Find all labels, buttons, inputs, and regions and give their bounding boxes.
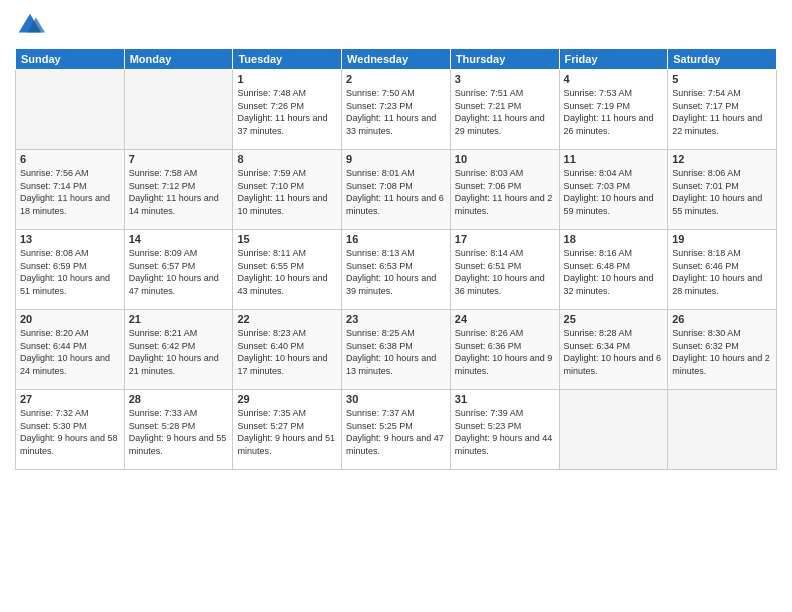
- day-number: 31: [455, 393, 555, 405]
- calendar-cell: 4Sunrise: 7:53 AMSunset: 7:19 PMDaylight…: [559, 70, 668, 150]
- calendar-cell: 27Sunrise: 7:32 AMSunset: 5:30 PMDayligh…: [16, 390, 125, 470]
- calendar-cell: 14Sunrise: 8:09 AMSunset: 6:57 PMDayligh…: [124, 230, 233, 310]
- day-number: 24: [455, 313, 555, 325]
- day-header-friday: Friday: [559, 49, 668, 70]
- calendar-cell: 25Sunrise: 8:28 AMSunset: 6:34 PMDayligh…: [559, 310, 668, 390]
- day-info: Sunrise: 7:39 AMSunset: 5:23 PMDaylight:…: [455, 407, 555, 457]
- day-info: Sunrise: 8:18 AMSunset: 6:46 PMDaylight:…: [672, 247, 772, 297]
- day-number: 4: [564, 73, 664, 85]
- day-number: 6: [20, 153, 120, 165]
- day-number: 16: [346, 233, 446, 245]
- day-info: Sunrise: 8:09 AMSunset: 6:57 PMDaylight:…: [129, 247, 229, 297]
- logo-icon: [15, 10, 45, 40]
- day-number: 7: [129, 153, 229, 165]
- calendar-cell: 11Sunrise: 8:04 AMSunset: 7:03 PMDayligh…: [559, 150, 668, 230]
- calendar-cell: [124, 70, 233, 150]
- calendar-cell: [16, 70, 125, 150]
- day-info: Sunrise: 7:37 AMSunset: 5:25 PMDaylight:…: [346, 407, 446, 457]
- day-number: 10: [455, 153, 555, 165]
- day-header-wednesday: Wednesday: [342, 49, 451, 70]
- calendar-cell: 17Sunrise: 8:14 AMSunset: 6:51 PMDayligh…: [450, 230, 559, 310]
- day-info: Sunrise: 8:21 AMSunset: 6:42 PMDaylight:…: [129, 327, 229, 377]
- day-info: Sunrise: 8:30 AMSunset: 6:32 PMDaylight:…: [672, 327, 772, 377]
- week-row-1: 1Sunrise: 7:48 AMSunset: 7:26 PMDaylight…: [16, 70, 777, 150]
- day-header-saturday: Saturday: [668, 49, 777, 70]
- day-number: 3: [455, 73, 555, 85]
- day-info: Sunrise: 8:26 AMSunset: 6:36 PMDaylight:…: [455, 327, 555, 377]
- day-number: 22: [237, 313, 337, 325]
- day-info: Sunrise: 8:03 AMSunset: 7:06 PMDaylight:…: [455, 167, 555, 217]
- day-number: 5: [672, 73, 772, 85]
- day-info: Sunrise: 8:28 AMSunset: 6:34 PMDaylight:…: [564, 327, 664, 377]
- day-info: Sunrise: 8:14 AMSunset: 6:51 PMDaylight:…: [455, 247, 555, 297]
- day-info: Sunrise: 7:59 AMSunset: 7:10 PMDaylight:…: [237, 167, 337, 217]
- calendar-cell: 16Sunrise: 8:13 AMSunset: 6:53 PMDayligh…: [342, 230, 451, 310]
- day-info: Sunrise: 8:16 AMSunset: 6:48 PMDaylight:…: [564, 247, 664, 297]
- day-number: 11: [564, 153, 664, 165]
- header: [15, 10, 777, 40]
- calendar-cell: 28Sunrise: 7:33 AMSunset: 5:28 PMDayligh…: [124, 390, 233, 470]
- day-info: Sunrise: 8:08 AMSunset: 6:59 PMDaylight:…: [20, 247, 120, 297]
- day-info: Sunrise: 8:20 AMSunset: 6:44 PMDaylight:…: [20, 327, 120, 377]
- day-number: 23: [346, 313, 446, 325]
- logo: [15, 10, 49, 40]
- day-number: 2: [346, 73, 446, 85]
- day-header-tuesday: Tuesday: [233, 49, 342, 70]
- calendar-cell: [668, 390, 777, 470]
- day-info: Sunrise: 8:23 AMSunset: 6:40 PMDaylight:…: [237, 327, 337, 377]
- calendar-cell: 7Sunrise: 7:58 AMSunset: 7:12 PMDaylight…: [124, 150, 233, 230]
- calendar-cell: 21Sunrise: 8:21 AMSunset: 6:42 PMDayligh…: [124, 310, 233, 390]
- day-number: 8: [237, 153, 337, 165]
- calendar-cell: 5Sunrise: 7:54 AMSunset: 7:17 PMDaylight…: [668, 70, 777, 150]
- calendar-cell: 12Sunrise: 8:06 AMSunset: 7:01 PMDayligh…: [668, 150, 777, 230]
- day-number: 20: [20, 313, 120, 325]
- calendar-cell: 2Sunrise: 7:50 AMSunset: 7:23 PMDaylight…: [342, 70, 451, 150]
- calendar-cell: 9Sunrise: 8:01 AMSunset: 7:08 PMDaylight…: [342, 150, 451, 230]
- calendar-cell: 18Sunrise: 8:16 AMSunset: 6:48 PMDayligh…: [559, 230, 668, 310]
- week-row-3: 13Sunrise: 8:08 AMSunset: 6:59 PMDayligh…: [16, 230, 777, 310]
- week-row-2: 6Sunrise: 7:56 AMSunset: 7:14 PMDaylight…: [16, 150, 777, 230]
- week-row-4: 20Sunrise: 8:20 AMSunset: 6:44 PMDayligh…: [16, 310, 777, 390]
- calendar-cell: 6Sunrise: 7:56 AMSunset: 7:14 PMDaylight…: [16, 150, 125, 230]
- day-number: 1: [237, 73, 337, 85]
- day-number: 17: [455, 233, 555, 245]
- day-header-sunday: Sunday: [16, 49, 125, 70]
- day-number: 18: [564, 233, 664, 245]
- day-info: Sunrise: 7:58 AMSunset: 7:12 PMDaylight:…: [129, 167, 229, 217]
- calendar-cell: 22Sunrise: 8:23 AMSunset: 6:40 PMDayligh…: [233, 310, 342, 390]
- day-info: Sunrise: 7:32 AMSunset: 5:30 PMDaylight:…: [20, 407, 120, 457]
- day-info: Sunrise: 8:13 AMSunset: 6:53 PMDaylight:…: [346, 247, 446, 297]
- day-number: 27: [20, 393, 120, 405]
- day-info: Sunrise: 8:25 AMSunset: 6:38 PMDaylight:…: [346, 327, 446, 377]
- calendar-cell: 15Sunrise: 8:11 AMSunset: 6:55 PMDayligh…: [233, 230, 342, 310]
- calendar-cell: 20Sunrise: 8:20 AMSunset: 6:44 PMDayligh…: [16, 310, 125, 390]
- day-info: Sunrise: 8:04 AMSunset: 7:03 PMDaylight:…: [564, 167, 664, 217]
- calendar-cell: 29Sunrise: 7:35 AMSunset: 5:27 PMDayligh…: [233, 390, 342, 470]
- day-info: Sunrise: 7:50 AMSunset: 7:23 PMDaylight:…: [346, 87, 446, 137]
- calendar-cell: 31Sunrise: 7:39 AMSunset: 5:23 PMDayligh…: [450, 390, 559, 470]
- day-info: Sunrise: 7:54 AMSunset: 7:17 PMDaylight:…: [672, 87, 772, 137]
- day-info: Sunrise: 7:35 AMSunset: 5:27 PMDaylight:…: [237, 407, 337, 457]
- day-header-thursday: Thursday: [450, 49, 559, 70]
- calendar-cell: 23Sunrise: 8:25 AMSunset: 6:38 PMDayligh…: [342, 310, 451, 390]
- calendar-cell: 19Sunrise: 8:18 AMSunset: 6:46 PMDayligh…: [668, 230, 777, 310]
- calendar-cell: 24Sunrise: 8:26 AMSunset: 6:36 PMDayligh…: [450, 310, 559, 390]
- day-info: Sunrise: 7:51 AMSunset: 7:21 PMDaylight:…: [455, 87, 555, 137]
- calendar-cell: [559, 390, 668, 470]
- calendar-cell: 13Sunrise: 8:08 AMSunset: 6:59 PMDayligh…: [16, 230, 125, 310]
- week-row-5: 27Sunrise: 7:32 AMSunset: 5:30 PMDayligh…: [16, 390, 777, 470]
- calendar-header-row: SundayMondayTuesdayWednesdayThursdayFrid…: [16, 49, 777, 70]
- day-number: 12: [672, 153, 772, 165]
- day-number: 19: [672, 233, 772, 245]
- calendar-cell: 3Sunrise: 7:51 AMSunset: 7:21 PMDaylight…: [450, 70, 559, 150]
- day-number: 15: [237, 233, 337, 245]
- day-number: 14: [129, 233, 229, 245]
- day-header-monday: Monday: [124, 49, 233, 70]
- day-info: Sunrise: 7:48 AMSunset: 7:26 PMDaylight:…: [237, 87, 337, 137]
- day-info: Sunrise: 7:56 AMSunset: 7:14 PMDaylight:…: [20, 167, 120, 217]
- calendar: SundayMondayTuesdayWednesdayThursdayFrid…: [15, 48, 777, 470]
- day-info: Sunrise: 8:01 AMSunset: 7:08 PMDaylight:…: [346, 167, 446, 217]
- day-info: Sunrise: 8:11 AMSunset: 6:55 PMDaylight:…: [237, 247, 337, 297]
- page: SundayMondayTuesdayWednesdayThursdayFrid…: [0, 0, 792, 612]
- day-number: 9: [346, 153, 446, 165]
